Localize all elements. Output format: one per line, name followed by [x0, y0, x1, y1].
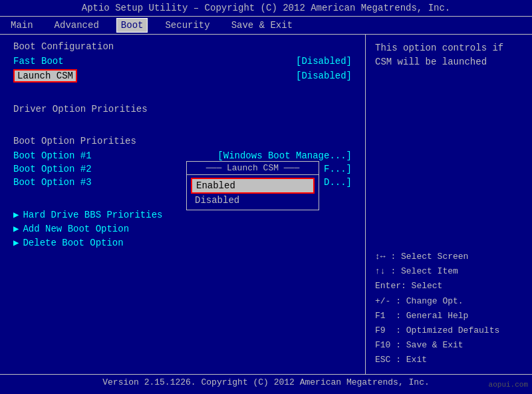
key-f1: F1 : General Help	[375, 309, 523, 323]
fast-boot-row: Fast Boot [Disabled]	[13, 56, 352, 67]
boot-option-1-row: Boot Option #1 [Windows Boot Manage...]	[13, 150, 352, 161]
hard-drive-bbs-row[interactable]: ▶ Hard Drive BBS Priorities	[13, 209, 352, 220]
title-bar: Aptio Setup Utility – Copyright (C) 2012…	[0, 0, 532, 17]
menu-item-advanced[interactable]: Advanced	[51, 19, 103, 32]
launch-csm-value: [Disabled]	[296, 71, 352, 81]
launch-csm-dropdown: ─── Launch CSM ─── Enabled Disabled	[186, 161, 319, 210]
add-new-boot-label: Add New Boot Option	[23, 224, 129, 234]
menu-bar: MainAdvancedBootSecuritySave & Exit	[0, 17, 532, 35]
driver-option-label: Driver Option Priorities	[13, 104, 352, 114]
help-text: This option controls if CSM will be laun…	[375, 41, 523, 69]
key-f10: F10 : Save & Exit	[375, 338, 523, 353]
status-bar: Version 2.15.1226. Copyright (C) 2012 Am…	[0, 374, 532, 390]
key-help: ↕↔ : Select Screen ↑↓ : Select Item Ente…	[375, 250, 523, 367]
right-panel: This option controls if CSM will be laun…	[366, 35, 532, 374]
key-f9: F9 : Optimized Defaults	[375, 323, 523, 338]
key-enter: Enter: Select	[375, 279, 523, 294]
key-select-screen: ↕↔ : Select Screen	[375, 250, 523, 264]
boot-option-3-label[interactable]: Boot Option #3	[13, 177, 92, 188]
dropdown-option-enabled[interactable]: Enabled	[191, 178, 315, 194]
boot-option-2-label[interactable]: Boot Option #2	[13, 164, 92, 174]
hard-drive-bbs-label: Hard Drive BBS Priorities	[23, 210, 162, 220]
delete-boot-row[interactable]: ▶ Delete Boot Option	[13, 237, 352, 248]
fast-boot-value: [Disabled]	[296, 56, 352, 67]
key-change-opt: +/- : Change Opt.	[375, 294, 523, 309]
menu-item-boot[interactable]: Boot	[116, 18, 148, 33]
main-content: Boot Configuration Fast Boot [Disabled] …	[0, 35, 532, 374]
arrow-icon-2: ▶	[13, 223, 19, 234]
boot-option-1-value: [Windows Boot Manage...]	[217, 150, 352, 161]
menu-item-main[interactable]: Main	[7, 19, 37, 32]
launch-csm-label[interactable]: Launch CSM	[13, 69, 77, 83]
delete-boot-label: Delete Boot Option	[23, 238, 123, 248]
dropdown-title: ─── Launch CSM ───	[187, 162, 319, 175]
separator1	[13, 88, 352, 98]
arrow-icon-1: ▶	[13, 209, 19, 220]
key-select-item: ↑↓ : Select Item	[375, 264, 523, 279]
watermark: aopui.com	[489, 381, 528, 389]
boot-option-priorities-label: Boot Option Priorities	[13, 136, 352, 146]
status-text: Version 2.15.1226. Copyright (C) 2012 Am…	[102, 377, 429, 387]
separator2	[13, 120, 352, 130]
dropdown-option-disabled[interactable]: Disabled	[191, 194, 315, 207]
launch-csm-row: Launch CSM [Disabled]	[13, 69, 352, 83]
dropdown-list: Enabled Disabled	[187, 175, 319, 210]
menu-item-save-and-exit[interactable]: Save & Exit	[227, 19, 297, 32]
title-text: Aptio Setup Utility – Copyright (C) 2012…	[82, 3, 451, 13]
left-panel: Boot Configuration Fast Boot [Disabled] …	[0, 35, 366, 374]
boot-option-1-label[interactable]: Boot Option #1	[13, 150, 92, 161]
add-new-boot-row[interactable]: ▶ Add New Boot Option	[13, 223, 352, 234]
key-esc: ESC : Exit	[375, 353, 523, 367]
boot-config-label: Boot Configuration	[13, 41, 352, 52]
menu-item-security[interactable]: Security	[161, 19, 213, 32]
arrow-icon-3: ▶	[13, 237, 19, 248]
fast-boot-label[interactable]: Fast Boot	[13, 56, 64, 67]
